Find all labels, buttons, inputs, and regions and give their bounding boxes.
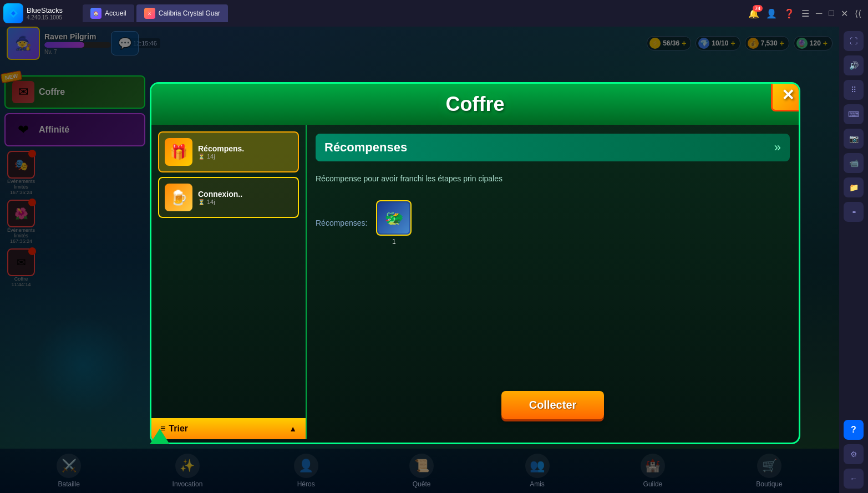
- tab-home[interactable]: 🏠 Accueil: [83, 4, 134, 22]
- reward-icon-1: 🐲: [376, 200, 412, 236]
- detail-description: Récompense pour avoir franchi les étapes…: [316, 168, 790, 189]
- tab-home-label: Accueil: [105, 9, 126, 17]
- record-btn[interactable]: 📹: [844, 153, 864, 173]
- tab-game-label: Calibria Crystal Guar: [159, 9, 220, 17]
- coffre-sort-btn[interactable]: ≡ Trier ▲: [151, 418, 306, 439]
- coffre-item-timer-1: ⏳ 14j: [198, 153, 292, 160]
- account-btn[interactable]: 👤: [766, 8, 777, 19]
- coffre-close-btn[interactable]: ✕: [771, 82, 800, 111]
- home-tab-icon: 🏠: [90, 8, 101, 19]
- fullscreen-btn[interactable]: ⛶: [844, 31, 864, 51]
- notification-badge: 74: [753, 5, 763, 12]
- screenshot-btn[interactable]: 📷: [844, 129, 864, 149]
- detail-arrows-icon[interactable]: »: [774, 140, 781, 155]
- close-topbar-btn[interactable]: ✕: [841, 8, 848, 19]
- modal-arrow-decoration: [150, 429, 170, 444]
- maximize-btn[interactable]: □: [829, 8, 834, 18]
- folder-btn[interactable]: 📁: [844, 177, 864, 197]
- sound-btn[interactable]: 🔊: [844, 55, 864, 75]
- coffre-detail: Récompenses » Récompense pour avoir fran…: [307, 125, 799, 439]
- coffre-item-info-1: Récompens. ⏳ 14j: [198, 144, 292, 160]
- collect-button[interactable]: Collecter: [501, 391, 605, 419]
- bluestacks-version: 4.240.15.1005: [27, 14, 63, 21]
- back-topbar-btn[interactable]: ⟨⟨: [855, 8, 861, 19]
- bluestacks-logo: [3, 3, 23, 23]
- beer-icon: 🍺: [170, 189, 187, 206]
- close-icon: ✕: [781, 86, 794, 104]
- settings-side-btn[interactable]: ⚙: [844, 444, 864, 464]
- coffre-sort-label: Trier: [169, 424, 188, 434]
- reward-count-1: 1: [392, 238, 396, 246]
- grid-btn[interactable]: ⠿: [844, 80, 864, 100]
- coffre-header: Coffre ✕: [151, 84, 799, 125]
- coffre-body: 🎁 Récompens. ⏳ 14j 🍺: [151, 125, 799, 439]
- coffre-modal: Coffre ✕ 🎁 Récompens.: [150, 82, 800, 444]
- rewards-label: Récompenses:: [316, 218, 367, 227]
- more-options-btn[interactable]: •••: [844, 202, 864, 222]
- game-area: 🧙 Raven Pilgrim Nv. 7 ⏱ 12:15:46 💬 ⚡ 5: [0, 27, 839, 493]
- coffre-item-name-1: Récompens.: [198, 144, 292, 153]
- sort-chevron-icon: ▲: [289, 424, 297, 433]
- coffre-item-icon-1: 🎁: [165, 138, 192, 166]
- menu-btn[interactable]: ☰: [801, 8, 809, 19]
- coffre-item-name-2: Connexion..: [198, 190, 292, 199]
- detail-title: Récompenses: [324, 140, 407, 155]
- gift-icon: 🎁: [170, 144, 187, 161]
- coffre-title: Coffre: [446, 93, 505, 115]
- coffre-list-items: 🎁 Récompens. ⏳ 14j 🍺: [151, 125, 306, 418]
- coffre-item-info-2: Connexion.. ⏳ 14j: [198, 190, 292, 205]
- bluestacks-appname: BlueStacks: [27, 6, 63, 14]
- coffre-item-icon-2: 🍺: [165, 184, 192, 211]
- topbar-right-icons: 🔔 74 👤 ❓ ☰ ─ □ ✕ ⟨⟨: [748, 8, 868, 19]
- coffre-item-timer-2: ⏳ 14j: [198, 199, 292, 205]
- coffre-list: 🎁 Récompens. ⏳ 14j 🍺: [151, 125, 307, 439]
- back-side-btn[interactable]: ←: [844, 469, 864, 489]
- bluestacks-topbar: BlueStacks 4.240.15.1005 🏠 Accueil ⚔ Cal…: [0, 0, 868, 27]
- help-side-btn[interactable]: ?: [844, 420, 864, 440]
- help-topbar-btn[interactable]: ❓: [784, 8, 795, 19]
- detail-header: Récompenses »: [316, 134, 790, 161]
- minimize-btn[interactable]: ─: [816, 8, 822, 18]
- keyboard-btn[interactable]: ⌨: [844, 104, 864, 124]
- coffre-list-item-1[interactable]: 🎁 Récompens. ⏳ 14j: [158, 131, 299, 172]
- rewards-section: Récompenses: 🐲 1: [316, 200, 790, 246]
- reward-item-1[interactable]: 🐲 1: [376, 200, 412, 246]
- game-tab-icon: ⚔: [144, 8, 155, 19]
- bluestacks-right-sidebar: ⛶ 🔊 ⠿ ⌨ 📷 📹 📁 ••• ? ⚙ ←: [839, 27, 868, 493]
- coffre-list-item-2[interactable]: 🍺 Connexion.. ⏳ 14j: [158, 177, 299, 218]
- tab-game[interactable]: ⚔ Calibria Crystal Guar: [136, 4, 228, 22]
- notification-btn[interactable]: 🔔 74: [748, 8, 759, 19]
